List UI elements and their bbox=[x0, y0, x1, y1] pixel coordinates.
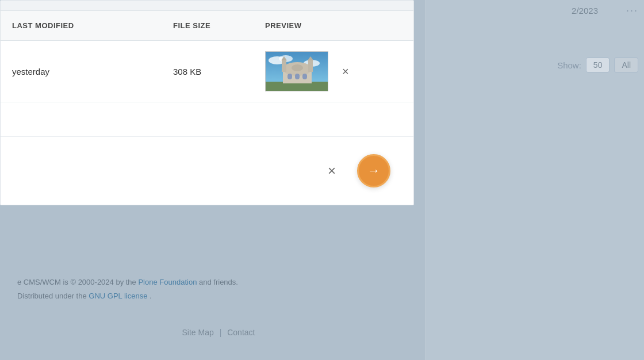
period: . bbox=[150, 292, 152, 300]
bg-dots: ··· bbox=[626, 5, 638, 17]
show-label: Show: bbox=[557, 60, 581, 70]
col-header-preview: PREVIEW bbox=[265, 21, 402, 30]
file-picker-modal: LAST MODIFIED FILE SIZE PREVIEW yesterda… bbox=[0, 0, 414, 205]
bg-date: 2/2023 bbox=[572, 0, 598, 21]
svg-point-11 bbox=[292, 64, 303, 71]
and-friends: and friends. bbox=[199, 278, 238, 286]
plone-foundation-link[interactable]: Plone Foundation bbox=[138, 278, 197, 286]
cell-last-modified: yesterday bbox=[12, 67, 173, 76]
copyright-text: e CMS/WCM is © 2000-2024 by the bbox=[17, 278, 136, 286]
footer-separator: | bbox=[220, 328, 222, 337]
table-header: LAST MODIFIED FILE SIZE PREVIEW bbox=[1, 11, 413, 41]
remove-row-button[interactable]: × bbox=[338, 63, 354, 79]
contact-link[interactable]: Contact bbox=[227, 328, 255, 337]
sitemap-link[interactable]: Site Map bbox=[182, 328, 214, 337]
cell-file-size: 308 KB bbox=[173, 67, 265, 76]
proceed-button[interactable]: → bbox=[357, 154, 390, 187]
svg-rect-12 bbox=[288, 74, 292, 79]
footer-text: e CMS/WCM is © 2000-2024 by the Plone Fo… bbox=[0, 264, 437, 314]
distributed-text: Distributed under the bbox=[17, 292, 87, 300]
table-row: yesterday 308 KB bbox=[1, 41, 413, 102]
col-header-last-modified: LAST MODIFIED bbox=[12, 21, 173, 30]
svg-rect-7 bbox=[282, 60, 286, 72]
footer-links: Site Map | Contact bbox=[0, 328, 437, 337]
svg-rect-14 bbox=[302, 74, 307, 79]
svg-rect-9 bbox=[308, 60, 313, 72]
gnu-license-link[interactable]: GNU GPL license bbox=[89, 292, 147, 300]
right-panel-bg: 2/2023 ··· Show: 50 All bbox=[425, 0, 644, 360]
modal-top-strip bbox=[1, 1, 413, 11]
show-all-option[interactable]: All bbox=[614, 58, 638, 72]
file-thumbnail[interactable] bbox=[265, 51, 328, 91]
empty-row bbox=[1, 102, 413, 137]
show-row: Show: 50 All bbox=[425, 58, 644, 72]
col-header-file-size: FILE SIZE bbox=[173, 21, 265, 30]
modal-actions: × → bbox=[1, 137, 413, 205]
cancel-button[interactable]: × bbox=[320, 159, 343, 182]
show-50-option[interactable]: 50 bbox=[586, 58, 610, 72]
svg-rect-13 bbox=[295, 74, 300, 79]
cell-preview: × bbox=[265, 51, 402, 91]
